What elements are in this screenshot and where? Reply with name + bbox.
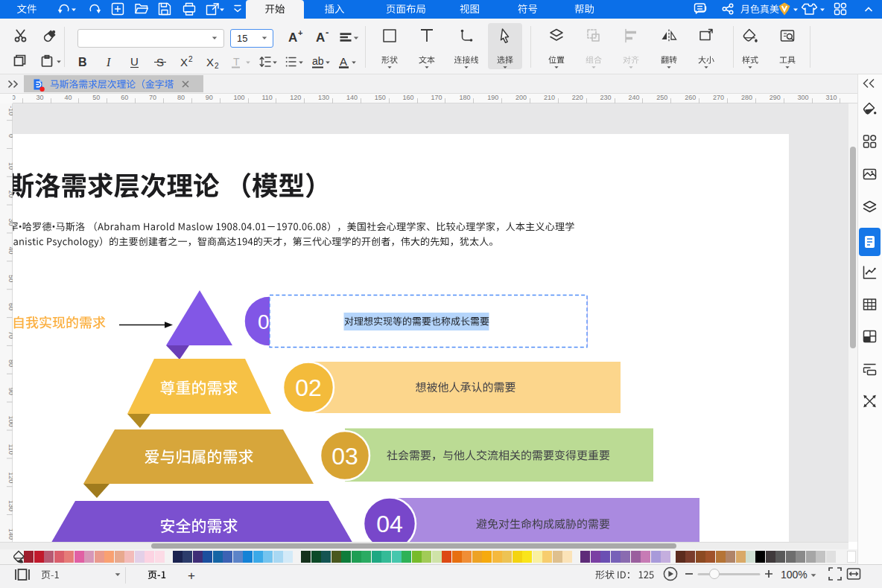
svg-text:110: 110 xyxy=(7,444,13,454)
svg-text:50: 50 xyxy=(7,275,13,282)
svg-text:70: 70 xyxy=(7,331,13,339)
svg-text:0: 0 xyxy=(7,134,13,138)
svg-text:40: 40 xyxy=(7,246,13,254)
svg-text:03: 03 xyxy=(331,443,358,470)
svg-text:04: 04 xyxy=(376,511,403,537)
svg-text:80: 80 xyxy=(7,359,13,367)
svg-text:90: 90 xyxy=(7,388,13,395)
svg-text:60: 60 xyxy=(7,303,13,310)
svg-text:100: 100 xyxy=(7,416,13,427)
svg-text:120: 120 xyxy=(7,472,13,483)
svg-text:02: 02 xyxy=(295,374,322,401)
svg-text:140: 140 xyxy=(7,528,13,540)
svg-text:20: 20 xyxy=(7,191,13,198)
svg-text:30: 30 xyxy=(7,219,13,226)
svg-text:130: 130 xyxy=(7,500,13,511)
svg-text:10: 10 xyxy=(7,162,13,170)
svg-text:-10: -10 xyxy=(7,106,13,115)
